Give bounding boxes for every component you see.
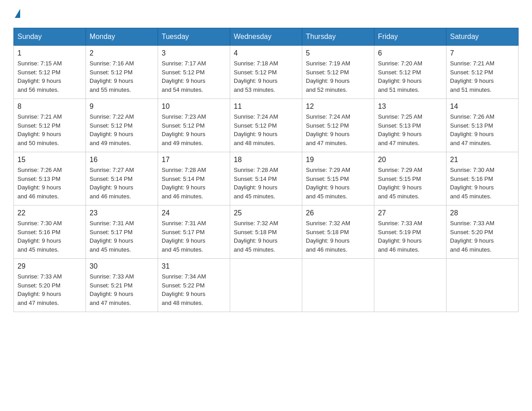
day-number: 22 — [17, 209, 82, 217]
calendar-week-row: 8Sunrise: 7:21 AMSunset: 5:12 PMDaylight… — [14, 99, 519, 152]
calendar-day-cell: 3Sunrise: 7:17 AMSunset: 5:12 PMDaylight… — [158, 46, 230, 99]
day-sun-info: Sunrise: 7:19 AMSunset: 5:12 PMDaylight:… — [306, 59, 370, 94]
day-number: 4 — [234, 49, 298, 57]
calendar-day-cell: 19Sunrise: 7:29 AMSunset: 5:15 PMDayligh… — [302, 152, 374, 206]
calendar-day-cell: 1Sunrise: 7:15 AMSunset: 5:12 PMDaylight… — [14, 46, 86, 99]
day-number: 13 — [378, 103, 442, 111]
calendar-week-row: 29Sunrise: 7:33 AMSunset: 5:20 PMDayligh… — [14, 259, 519, 312]
calendar-day-cell: 23Sunrise: 7:31 AMSunset: 5:17 PMDayligh… — [86, 206, 158, 259]
day-number: 16 — [90, 156, 154, 164]
day-of-week-header: Monday — [86, 28, 158, 46]
day-number: 14 — [450, 103, 515, 111]
calendar-day-cell: 4Sunrise: 7:18 AMSunset: 5:12 PMDaylight… — [230, 46, 302, 99]
day-number: 11 — [234, 103, 298, 111]
calendar-day-cell — [230, 259, 302, 312]
calendar-day-cell: 22Sunrise: 7:30 AMSunset: 5:16 PMDayligh… — [14, 206, 86, 259]
day-number: 7 — [450, 49, 515, 57]
calendar-day-cell: 16Sunrise: 7:27 AMSunset: 5:14 PMDayligh… — [86, 152, 158, 206]
day-sun-info: Sunrise: 7:33 AMSunset: 5:19 PMDaylight:… — [378, 219, 442, 254]
calendar-day-cell: 12Sunrise: 7:24 AMSunset: 5:12 PMDayligh… — [302, 99, 374, 152]
day-number: 28 — [450, 209, 515, 217]
day-sun-info: Sunrise: 7:33 AMSunset: 5:20 PMDaylight:… — [450, 219, 515, 254]
day-sun-info: Sunrise: 7:27 AMSunset: 5:14 PMDaylight:… — [90, 166, 154, 201]
day-sun-info: Sunrise: 7:23 AMSunset: 5:12 PMDaylight:… — [162, 112, 226, 147]
day-number: 3 — [162, 49, 226, 57]
day-sun-info: Sunrise: 7:21 AMSunset: 5:12 PMDaylight:… — [450, 59, 515, 94]
day-sun-info: Sunrise: 7:21 AMSunset: 5:12 PMDaylight:… — [17, 112, 82, 147]
day-sun-info: Sunrise: 7:20 AMSunset: 5:12 PMDaylight:… — [378, 59, 442, 94]
calendar-day-cell: 31Sunrise: 7:34 AMSunset: 5:22 PMDayligh… — [158, 259, 230, 312]
calendar-day-cell: 26Sunrise: 7:32 AMSunset: 5:18 PMDayligh… — [302, 206, 374, 259]
day-sun-info: Sunrise: 7:30 AMSunset: 5:16 PMDaylight:… — [450, 166, 515, 201]
day-sun-info: Sunrise: 7:31 AMSunset: 5:17 PMDaylight:… — [162, 219, 226, 254]
day-number: 25 — [234, 209, 298, 217]
day-sun-info: Sunrise: 7:34 AMSunset: 5:22 PMDaylight:… — [162, 272, 226, 307]
day-sun-info: Sunrise: 7:29 AMSunset: 5:15 PMDaylight:… — [378, 166, 442, 201]
day-sun-info: Sunrise: 7:28 AMSunset: 5:14 PMDaylight:… — [162, 166, 226, 201]
day-number: 18 — [234, 156, 298, 164]
calendar-day-cell: 5Sunrise: 7:19 AMSunset: 5:12 PMDaylight… — [302, 46, 374, 99]
calendar-day-cell: 20Sunrise: 7:29 AMSunset: 5:15 PMDayligh… — [374, 152, 446, 206]
day-of-week-header: Wednesday — [230, 28, 302, 46]
day-sun-info: Sunrise: 7:25 AMSunset: 5:13 PMDaylight:… — [378, 112, 442, 147]
day-number: 29 — [17, 262, 82, 270]
day-sun-info: Sunrise: 7:15 AMSunset: 5:12 PMDaylight:… — [17, 59, 82, 94]
day-sun-info: Sunrise: 7:33 AMSunset: 5:21 PMDaylight:… — [90, 272, 154, 307]
calendar-day-cell: 21Sunrise: 7:30 AMSunset: 5:16 PMDayligh… — [446, 152, 519, 206]
calendar-day-cell: 24Sunrise: 7:31 AMSunset: 5:17 PMDayligh… — [158, 206, 230, 259]
calendar-week-row: 22Sunrise: 7:30 AMSunset: 5:16 PMDayligh… — [14, 206, 519, 259]
day-number: 9 — [90, 103, 154, 111]
day-sun-info: Sunrise: 7:26 AMSunset: 5:13 PMDaylight:… — [450, 112, 515, 147]
day-sun-info: Sunrise: 7:17 AMSunset: 5:12 PMDaylight:… — [162, 59, 226, 94]
calendar-day-cell — [446, 259, 519, 312]
day-number: 24 — [162, 209, 226, 217]
calendar-day-cell: 17Sunrise: 7:28 AMSunset: 5:14 PMDayligh… — [158, 152, 230, 206]
day-sun-info: Sunrise: 7:32 AMSunset: 5:18 PMDaylight:… — [234, 219, 298, 254]
day-number: 10 — [162, 103, 226, 111]
calendar-week-row: 1Sunrise: 7:15 AMSunset: 5:12 PMDaylight… — [14, 46, 519, 99]
day-sun-info: Sunrise: 7:16 AMSunset: 5:12 PMDaylight:… — [90, 59, 154, 94]
calendar-day-cell — [374, 259, 446, 312]
day-number: 23 — [90, 209, 154, 217]
day-number: 5 — [306, 49, 370, 57]
logo-triangle-icon — [15, 9, 20, 18]
calendar-day-cell: 18Sunrise: 7:28 AMSunset: 5:14 PMDayligh… — [230, 152, 302, 206]
day-number: 21 — [450, 156, 515, 164]
day-number: 1 — [17, 49, 82, 57]
day-number: 27 — [378, 209, 442, 217]
calendar-day-cell: 9Sunrise: 7:22 AMSunset: 5:12 PMDaylight… — [86, 99, 158, 152]
calendar-day-cell: 11Sunrise: 7:24 AMSunset: 5:12 PMDayligh… — [230, 99, 302, 152]
calendar-day-cell: 13Sunrise: 7:25 AMSunset: 5:13 PMDayligh… — [374, 99, 446, 152]
day-sun-info: Sunrise: 7:26 AMSunset: 5:13 PMDaylight:… — [17, 166, 82, 201]
calendar-day-cell: 6Sunrise: 7:20 AMSunset: 5:12 PMDaylight… — [374, 46, 446, 99]
day-sun-info: Sunrise: 7:18 AMSunset: 5:12 PMDaylight:… — [234, 59, 298, 94]
logo-top — [13, 9, 20, 19]
calendar-day-cell: 2Sunrise: 7:16 AMSunset: 5:12 PMDaylight… — [86, 46, 158, 99]
calendar-day-cell: 8Sunrise: 7:21 AMSunset: 5:12 PMDaylight… — [14, 99, 86, 152]
day-sun-info: Sunrise: 7:33 AMSunset: 5:20 PMDaylight:… — [17, 272, 82, 307]
calendar-day-cell: 14Sunrise: 7:26 AMSunset: 5:13 PMDayligh… — [446, 99, 519, 152]
page-header — [13, 9, 519, 19]
day-of-week-header: Friday — [374, 28, 446, 46]
day-sun-info: Sunrise: 7:30 AMSunset: 5:16 PMDaylight:… — [17, 219, 82, 254]
day-of-week-header: Sunday — [14, 28, 86, 46]
day-number: 8 — [17, 103, 82, 111]
calendar-day-cell — [302, 259, 374, 312]
day-number: 2 — [90, 49, 154, 57]
calendar-table: SundayMondayTuesdayWednesdayThursdayFrid… — [13, 28, 519, 312]
logo — [13, 9, 20, 19]
day-number: 30 — [90, 262, 154, 270]
calendar-day-cell: 30Sunrise: 7:33 AMSunset: 5:21 PMDayligh… — [86, 259, 158, 312]
day-of-week-header: Tuesday — [158, 28, 230, 46]
day-sun-info: Sunrise: 7:32 AMSunset: 5:18 PMDaylight:… — [306, 219, 370, 254]
calendar-header-row: SundayMondayTuesdayWednesdayThursdayFrid… — [14, 28, 519, 46]
day-number: 12 — [306, 103, 370, 111]
day-sun-info: Sunrise: 7:22 AMSunset: 5:12 PMDaylight:… — [90, 112, 154, 147]
day-of-week-header: Saturday — [446, 28, 519, 46]
calendar-week-row: 15Sunrise: 7:26 AMSunset: 5:13 PMDayligh… — [14, 152, 519, 206]
day-number: 15 — [17, 156, 82, 164]
day-number: 31 — [162, 262, 226, 270]
day-sun-info: Sunrise: 7:24 AMSunset: 5:12 PMDaylight:… — [306, 112, 370, 147]
calendar-day-cell: 10Sunrise: 7:23 AMSunset: 5:12 PMDayligh… — [158, 99, 230, 152]
day-of-week-header: Thursday — [302, 28, 374, 46]
